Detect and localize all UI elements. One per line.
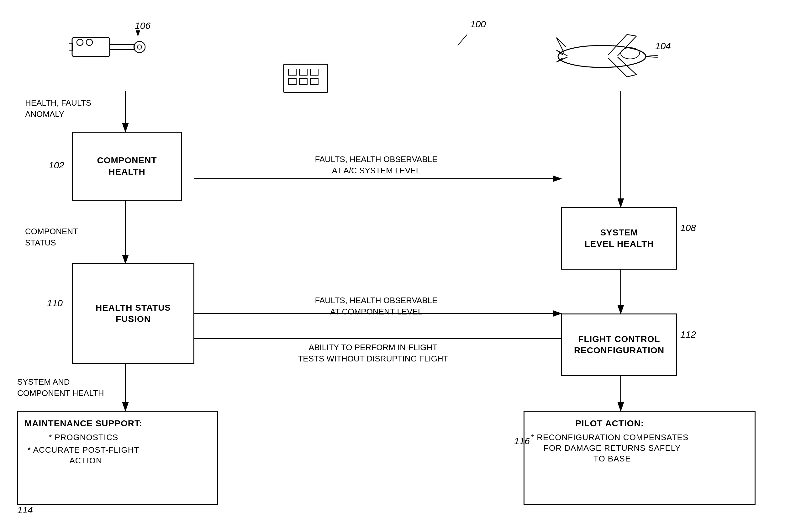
svg-rect-23 xyxy=(310,69,318,75)
svg-line-11 xyxy=(458,35,467,45)
label-ability-to-perform: ABILITY TO PERFORM IN-FLIGHTTESTS WITHOU… xyxy=(213,342,533,365)
aircraft-icon xyxy=(539,19,658,95)
svg-point-17 xyxy=(137,45,142,49)
svg-point-14 xyxy=(86,39,93,45)
label-system-component-health: SYSTEM ANDCOMPONENT HEALTH xyxy=(17,376,108,399)
svg-rect-25 xyxy=(300,78,307,84)
computer-icon xyxy=(282,63,329,101)
box-maintenance-support: MAINTENANCE SUPPORT: * PROGNOSTICS * ACC… xyxy=(17,411,218,505)
label-component-status: COMPONENTSTATUS xyxy=(25,226,113,249)
ref-110: 110 xyxy=(47,298,63,308)
svg-rect-21 xyxy=(288,69,296,75)
label-health-faults-anomaly: HEALTH, FAULTSANOMALY xyxy=(25,97,119,120)
svg-rect-24 xyxy=(288,78,296,84)
box-health-status-fusion: HEALTH STATUSFUSION xyxy=(72,263,194,364)
ref-100: 100 xyxy=(470,19,486,30)
svg-rect-22 xyxy=(300,69,307,75)
svg-point-13 xyxy=(77,39,83,45)
label-faults-health-ac: FAULTS, HEALTH OBSERVABLEAT A/C SYSTEM L… xyxy=(219,154,533,176)
svg-point-28 xyxy=(621,48,639,59)
svg-rect-26 xyxy=(310,78,318,84)
ref-102: 102 xyxy=(49,160,64,171)
label-faults-health-component: FAULTS, HEALTH OBSERVABLEAT COMPONENT LE… xyxy=(219,295,533,318)
svg-rect-15 xyxy=(110,44,135,50)
ref-104: 104 xyxy=(655,41,671,52)
box-flight-control-reconfiguration: FLIGHT CONTROLRECONFIGURATION xyxy=(561,314,677,376)
ref-108: 108 xyxy=(680,223,696,233)
box-pilot-action: PILOT ACTION: * RECONFIGURATION COMPENSA… xyxy=(523,411,755,505)
svg-point-27 xyxy=(558,45,646,68)
box-component-health: COMPONENTHEALTH xyxy=(72,132,182,201)
ref-112: 112 xyxy=(680,329,696,340)
box-system-level-health: SYSTEMLEVEL HEALTH xyxy=(561,207,677,270)
ref-114: 114 xyxy=(17,505,33,515)
ref-116: 116 xyxy=(514,436,530,446)
svg-point-16 xyxy=(134,41,145,53)
diagram-container: 100 106 xyxy=(0,0,806,532)
